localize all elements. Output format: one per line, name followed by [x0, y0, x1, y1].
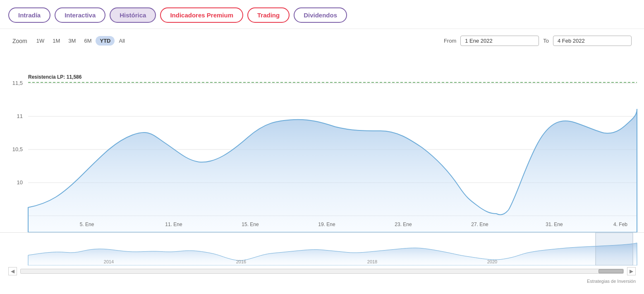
svg-text:31. Ene: 31. Ene	[546, 222, 563, 227]
zoom-label: Zoom	[12, 38, 27, 44]
svg-text:19. Ene: 19. Ene	[318, 222, 335, 227]
zoom-3m[interactable]: 3M	[64, 36, 80, 46]
mini-chart-area[interactable]: 2014 2016 2018 2020	[0, 232, 644, 265]
svg-text:23. Ene: 23. Ene	[395, 222, 412, 227]
svg-rect-18	[596, 233, 633, 265]
svg-text:2014: 2014	[104, 259, 114, 264]
zoom-all[interactable]: All	[115, 36, 129, 46]
svg-text:4. Feb: 4. Feb	[613, 222, 627, 227]
zoom-1m[interactable]: 1M	[48, 36, 64, 46]
attribution: Estrategias de Inversión	[0, 277, 644, 287]
to-label: To	[543, 38, 549, 44]
from-label: From	[444, 38, 456, 44]
zoom-1w[interactable]: 1W	[32, 36, 49, 46]
svg-text:27. Ene: 27. Ene	[471, 222, 488, 227]
tab-interactiva[interactable]: Interactiva	[55, 7, 105, 23]
to-date-input[interactable]	[553, 36, 632, 46]
controls-bar: Zoom 1W 1M 3M 6M YTD All From To	[0, 29, 644, 50]
scrollbar-area: ◀ ▶	[0, 265, 644, 277]
tab-bar: Intradía Interactiva Histórica Indicador…	[0, 0, 644, 29]
tab-historica[interactable]: Histórica	[110, 7, 156, 23]
from-date-input[interactable]	[460, 36, 539, 46]
svg-text:10: 10	[17, 179, 23, 186]
svg-text:2020: 2020	[487, 259, 497, 264]
svg-text:5. Ene: 5. Ene	[80, 222, 94, 227]
svg-text:11,5: 11,5	[12, 80, 23, 86]
svg-text:11. Ene: 11. Ene	[165, 222, 182, 227]
scroll-thumb[interactable]	[599, 269, 623, 273]
svg-text:10,5: 10,5	[12, 146, 23, 152]
tab-indicadores[interactable]: Indicadores Premium	[160, 7, 243, 23]
svg-text:15. Ene: 15. Ene	[242, 222, 259, 227]
tab-dividendos[interactable]: Dividendos	[294, 7, 347, 23]
svg-text:2018: 2018	[367, 259, 377, 264]
mini-chart-svg: 2014 2016 2018 2020	[0, 233, 644, 265]
main-chart-svg: 11,5 11 10,5 10 5. Ene 11. Ene 15. Ene 1…	[0, 54, 644, 232]
scroll-left-arrow[interactable]: ◀	[8, 267, 17, 275]
scroll-right-arrow[interactable]: ▶	[627, 267, 636, 275]
tab-intraday[interactable]: Intradía	[8, 7, 50, 23]
zoom-6m[interactable]: 6M	[80, 36, 96, 46]
svg-text:2016: 2016	[236, 259, 246, 264]
tab-trading[interactable]: Trading	[247, 7, 290, 23]
main-chart-area[interactable]: Resistencia LP: 11,586 11,5 11 10,5 10	[0, 54, 644, 232]
svg-text:11: 11	[17, 113, 23, 119]
zoom-ytd[interactable]: YTD	[96, 36, 115, 46]
scroll-track[interactable]	[20, 269, 624, 274]
chart-container: Resistencia LP: 11,586 11,5 11 10,5 10	[0, 50, 644, 287]
date-range: From To	[444, 36, 632, 46]
